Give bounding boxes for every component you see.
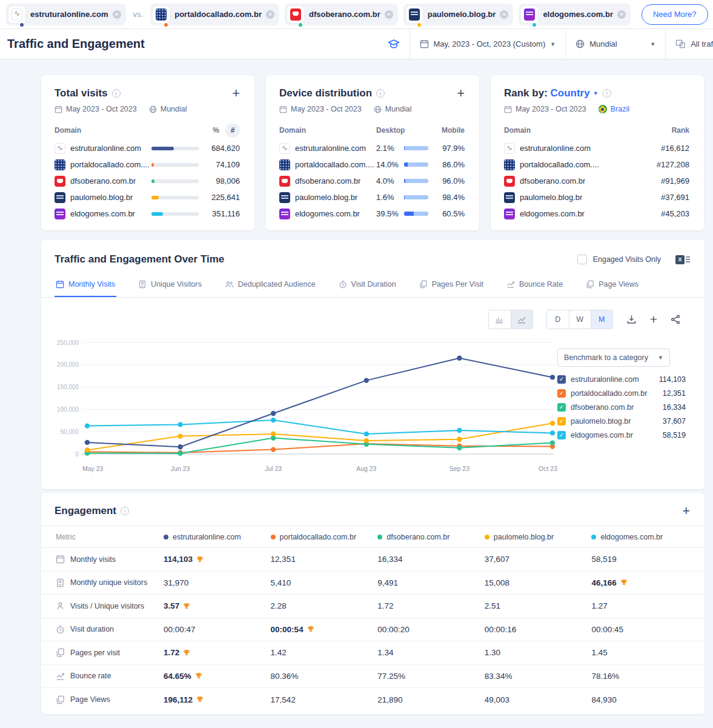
calendar-icon <box>420 39 429 48</box>
download-icon[interactable] <box>626 315 637 324</box>
info-icon[interactable]: i <box>112 89 121 98</box>
info-icon[interactable]: i <box>603 89 611 98</box>
add-to-dashboard-icon[interactable]: + <box>650 312 657 327</box>
remove-domain-icon[interactable]: ✕ <box>500 10 508 19</box>
column-mobile: Mobile <box>442 126 465 135</box>
academy-button[interactable] <box>378 29 410 59</box>
tab-monthly-visits[interactable]: Monthly Visits <box>55 274 116 297</box>
tab-pages-per-visit[interactable]: Pages Per Visit <box>418 274 485 297</box>
domain-favicon <box>55 159 65 170</box>
chevron-down-icon: ▼ <box>550 41 555 47</box>
legend-value: 58,519 <box>663 431 686 439</box>
granularity-weekly[interactable]: W <box>569 310 591 329</box>
metric-value: 64.65% <box>164 672 271 681</box>
tab-bounce-rate[interactable]: Bounce Rate <box>505 274 564 297</box>
metric-value: 3.57 <box>164 601 271 610</box>
remove-domain-icon[interactable]: ✕ <box>385 10 393 19</box>
visits-value: 684,620 <box>205 144 240 153</box>
chart-type-toggle <box>488 310 533 329</box>
bar-chart-toggle[interactable] <box>489 310 511 329</box>
need-more-button[interactable]: Need More? <box>642 4 708 25</box>
engagement-row: Bounce rate 64.65% 80.36% 77.25% 83.34% … <box>41 665 705 689</box>
tab-unique-visitors[interactable]: Unique Visitors <box>137 274 203 297</box>
legend-row: ✓ paulomelo.blog.br 37,607 <box>557 417 686 426</box>
metric-label: Pages per visit <box>70 649 120 657</box>
legend-value: 12,351 <box>663 389 686 398</box>
legend-row: ✓ estruturalonline.com 114,103 <box>557 375 686 384</box>
domain-chip[interactable]: portaldocallado.com.br ✕ <box>150 4 279 25</box>
add-metric-button[interactable]: + <box>682 506 690 516</box>
excel-export-icon[interactable]: X <box>675 255 690 264</box>
domain-name: paulomelo.blog.br <box>520 193 582 202</box>
chevron-down-icon[interactable]: ▼ <box>593 90 599 96</box>
domain-favicon <box>279 209 290 219</box>
metric-label: Monthly unique visitors <box>70 578 147 587</box>
tab-visit-duration[interactable]: Visit Duration <box>337 274 397 297</box>
brazil-flag-icon <box>599 105 607 113</box>
card-region: Mundial <box>161 105 187 113</box>
chevron-down-icon: ▼ <box>650 41 655 47</box>
svg-text:Jun 23: Jun 23 <box>171 465 190 472</box>
region-selector[interactable]: Mundial ▼ <box>565 29 665 59</box>
series-checkbox[interactable]: ✓ <box>557 431 566 439</box>
domain-chip[interactable]: eldogomes.com.br ✕ <box>519 4 631 25</box>
total-visits-rows: estruturalonline.com 684,620 portaldocal… <box>55 140 240 222</box>
traffic-filter[interactable]: All traf <box>665 29 713 59</box>
tab-deduplicated-audience[interactable]: Deduplicated Audience <box>224 274 317 297</box>
domain-chip[interactable]: estruturalonline.com ✕ <box>6 4 126 25</box>
column-domain-1: estruturalonline.com <box>164 533 271 541</box>
card-date-range: May 2023 - Oct 2023 <box>516 105 586 113</box>
engaged-visits-checkbox[interactable] <box>577 255 587 264</box>
series-checkbox[interactable]: ✓ <box>557 403 566 412</box>
engagement-row: Visits / Unique visitors 3.57 2.28 1.72 … <box>41 595 705 618</box>
tab-page-views[interactable]: Page Views <box>585 274 640 297</box>
rank-row: eldogomes.com.br #45,203 <box>504 205 689 222</box>
date-range-picker[interactable]: May, 2023 - Oct, 2023 (Custom) ▼ <box>410 29 566 59</box>
mobile-share: 96.0% <box>436 176 465 185</box>
remove-domain-icon[interactable]: ✕ <box>617 10 626 19</box>
metric-value: 1.27 <box>591 601 698 610</box>
domain-name: eldogomes.com.br <box>520 209 585 218</box>
legend-row: ✓ portaldocallado.com.br 12,351 <box>557 389 686 398</box>
domain-name: estruturalonline.com <box>295 144 366 153</box>
metric-value: 9,491 <box>377 578 485 587</box>
share-icon[interactable] <box>671 315 680 324</box>
benchmark-select[interactable]: Benchmark to a category ▼ <box>557 349 670 367</box>
device-row: estruturalonline.com 2.1% 97.9% <box>279 140 465 156</box>
legend-domain: estruturalonline.com <box>571 375 639 384</box>
device-split-bar <box>404 179 428 183</box>
granularity-daily[interactable]: D <box>547 310 569 329</box>
metric-value: 114,103 <box>164 555 271 564</box>
rank-by-country-link[interactable]: Country <box>551 87 590 99</box>
page-views-icon <box>586 280 594 289</box>
domain-favicon <box>406 6 423 23</box>
series-checkbox[interactable]: ✓ <box>557 375 566 384</box>
series-checkbox[interactable]: ✓ <box>557 417 566 426</box>
line-chart-toggle[interactable] <box>511 310 532 329</box>
overview-cards: Total visits i + May 2023 - Oct 2023 Mun… <box>41 75 705 230</box>
info-icon[interactable]: i <box>376 89 385 98</box>
card-country[interactable]: Brazil <box>611 105 629 113</box>
number-toggle[interactable]: # <box>225 123 240 138</box>
domain-name: dfsoberano.com.br <box>70 176 136 185</box>
series-checkbox[interactable]: ✓ <box>557 389 566 398</box>
calendar-icon <box>504 105 512 113</box>
desktop-share: 14.0% <box>376 160 404 169</box>
svg-text:May 23: May 23 <box>82 465 104 472</box>
total-visits-row: eldogomes.com.br 351,116 <box>55 205 240 222</box>
engagement-header-row: Metric estruturalonline.com portaldocall… <box>41 526 705 548</box>
domain-chip[interactable]: paulomelo.blog.br ✕ <box>403 4 514 25</box>
add-metric-button[interactable]: + <box>232 88 240 99</box>
add-metric-button[interactable]: + <box>457 88 465 99</box>
metric-value: 17,542 <box>271 695 378 704</box>
percent-toggle[interactable]: % <box>213 126 219 135</box>
domain-chip[interactable]: dfsoberano.com.br ✕ <box>285 4 398 25</box>
visits-value: 351,116 <box>205 209 240 218</box>
domain-name: dfsoberano.com.br <box>520 176 585 185</box>
remove-domain-icon[interactable]: ✕ <box>266 10 274 19</box>
card-region: Mundial <box>385 105 412 113</box>
info-icon[interactable]: i <box>121 507 129 515</box>
remove-domain-icon[interactable]: ✕ <box>113 10 121 19</box>
domain-chip-label: dfsoberano.com.br <box>309 10 380 19</box>
granularity-monthly[interactable]: M <box>591 310 612 329</box>
